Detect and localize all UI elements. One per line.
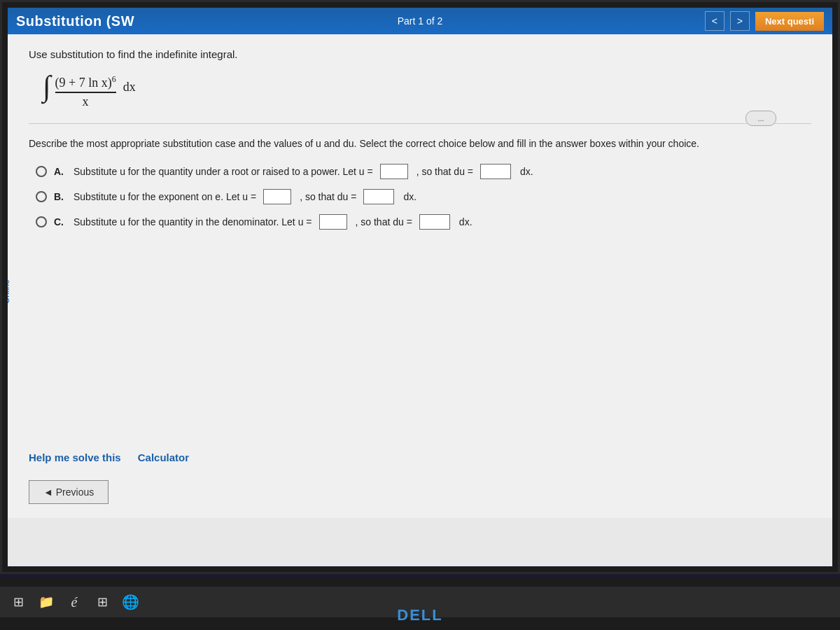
header-right-controls: < > Next questi xyxy=(705,11,824,31)
option-c-input-u[interactable] xyxy=(319,214,347,230)
part-indicator: Part 1 of 2 xyxy=(398,15,443,27)
option-a-input-u[interactable] xyxy=(380,164,408,179)
option-c-label: C. xyxy=(54,216,64,227)
bottom-actions-area: Help me solve this Calculator xyxy=(8,440,832,475)
option-a-input-du[interactable] xyxy=(480,164,511,179)
previous-button-area: ◄ Previous xyxy=(8,475,832,518)
taskbar-icon-browser1[interactable]: é xyxy=(62,589,87,615)
taskbar-area: ⊞ 📁 é ⊞ 🌐 DELL xyxy=(0,578,840,630)
integral-symbol: ∫ xyxy=(43,71,51,101)
nav-right-arrow[interactable]: > xyxy=(730,11,750,31)
option-c-input-du[interactable] xyxy=(419,214,450,230)
top-header: Substitution (SW Part 1 of 2 < > Next qu… xyxy=(8,8,832,34)
more-options-button[interactable]: ... xyxy=(746,111,776,126)
denominator: x xyxy=(83,93,89,109)
option-a-radio[interactable] xyxy=(36,166,47,177)
taskbar-icon-grid[interactable]: ⊞ xyxy=(90,589,115,615)
previous-button[interactable]: ◄ Previous xyxy=(29,480,108,504)
option-a-text-middle: , so that du = xyxy=(416,166,473,177)
numerator: (9 + 7 ln x)6 xyxy=(55,74,116,93)
option-a-row: A. Substitute u for the quantity under a… xyxy=(36,164,811,179)
option-b-row: B. Substitute u for the exponent on e. L… xyxy=(36,189,811,204)
option-c-text-middle: , so that du = xyxy=(356,216,412,227)
help-me-solve-link[interactable]: Help me solve this xyxy=(29,451,121,463)
taskbar-icon-browser2[interactable]: 🌐 xyxy=(118,589,143,615)
dell-brand: DELL xyxy=(397,606,442,624)
option-a-label: A. xyxy=(54,166,64,177)
option-b-radio[interactable] xyxy=(36,191,47,202)
divider xyxy=(29,123,811,124)
options-container: A. Substitute u for the quantity under a… xyxy=(36,164,811,230)
option-c-text-before: Substitute u for the quantity in the den… xyxy=(74,216,312,227)
taskbar-icon-folder[interactable]: 📁 xyxy=(34,589,59,615)
option-b-text-middle: , so that du = xyxy=(300,191,356,202)
option-b-input-u[interactable] xyxy=(263,189,291,204)
option-b-label: B. xyxy=(54,191,64,202)
taskbar-icon-start[interactable]: ⊞ xyxy=(6,589,31,615)
integral-display: ∫ (9 + 7 ln x)6 x dx xyxy=(43,71,811,109)
content-area: Use substitution to find the indefinite … xyxy=(8,34,832,440)
page-title: Substitution (SW xyxy=(16,13,134,29)
nav-left-arrow[interactable]: < xyxy=(705,11,724,31)
option-c-radio[interactable] xyxy=(36,216,47,227)
online-label: Online xyxy=(8,275,14,308)
instruction-text: Describe the most appropriate substituti… xyxy=(29,136,811,151)
problem-statement: Use substitution to find the indefinite … xyxy=(29,48,811,60)
option-c-text-end: dx. xyxy=(459,216,472,227)
fraction-display: (9 + 7 ln x)6 x xyxy=(55,74,116,109)
calculator-link[interactable]: Calculator xyxy=(138,451,189,463)
option-b-text-before: Substitute u for the exponent on e. Let … xyxy=(74,191,256,202)
option-b-text-end: dx. xyxy=(403,191,416,202)
next-question-button[interactable]: Next questi xyxy=(755,12,824,31)
option-b-input-du[interactable] xyxy=(363,189,394,204)
dx-label: dx xyxy=(123,80,136,94)
option-a-text-end: dx. xyxy=(520,166,533,177)
option-a-text-before: Substitute u for the quantity under a ro… xyxy=(74,166,373,177)
option-c-row: C. Substitute u for the quantity in the … xyxy=(36,214,811,230)
